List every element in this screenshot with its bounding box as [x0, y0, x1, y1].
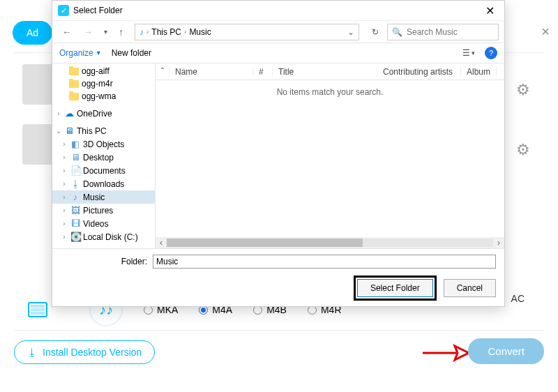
col-name[interactable]: Name	[169, 67, 253, 77]
refresh-button[interactable]: ↻	[366, 24, 384, 40]
tree-item-ogg-aiff[interactable]: ogg-aiff	[52, 65, 155, 77]
breadcrumb[interactable]: ♪ › This PC › Music ⌄	[135, 24, 359, 40]
svg-marker-1	[455, 346, 469, 360]
expand-icon[interactable]: ›	[61, 206, 68, 214]
scroll-right-icon[interactable]: ›	[493, 238, 504, 248]
horizontal-scrollbar[interactable]: ‹ ›	[156, 237, 504, 248]
gear-icon[interactable]: ⚙	[516, 141, 530, 159]
folder-icon	[69, 80, 79, 88]
view-options[interactable]: ☰ ▾	[462, 48, 475, 58]
breadcrumb-root[interactable]: This PC	[151, 27, 181, 37]
dialog-footer: Folder: Select Folder Cancel	[52, 248, 504, 306]
expand-icon[interactable]: ›	[61, 233, 68, 241]
forward-button: →	[79, 24, 97, 40]
pc-icon: 🖥	[65, 126, 74, 136]
tree-item-local-disk[interactable]: ›💽Local Disk (C:)	[52, 230, 155, 243]
file-list: ˆ Name # Title Contributing artists Albu…	[156, 63, 504, 248]
nav-bar: ← → ▾ ↑ ♪ › This PC › Music ⌄ ↻ 🔍	[52, 20, 504, 43]
music-icon: ♪	[70, 192, 80, 202]
tree-item-onedrive[interactable]: ›☁OneDrive	[52, 107, 155, 120]
documents-icon: 📄	[70, 165, 80, 176]
chevron-right-icon: ›	[146, 28, 149, 36]
help-icon[interactable]: ?	[485, 47, 497, 59]
expand-icon[interactable]: ›	[61, 140, 68, 148]
search-input[interactable]: 🔍	[387, 24, 499, 40]
folder-icon	[69, 68, 79, 75]
video-icon[interactable]	[28, 302, 47, 317]
install-desktop-button[interactable]: ⭳ Install Desktop Version	[14, 340, 155, 364]
download-icon: ⭳	[27, 347, 37, 358]
tree-item-ogg-m4r[interactable]: ogg-m4r	[52, 77, 155, 90]
3d-icon: ◧	[70, 139, 80, 149]
scroll-left-icon[interactable]: ‹	[156, 238, 167, 248]
tree-item-downloads[interactable]: ›⭳Downloads	[52, 177, 155, 190]
format-aac-label: AC	[511, 293, 525, 304]
onedrive-icon: ☁	[65, 108, 74, 119]
gear-icon[interactable]: ⚙	[516, 81, 530, 99]
back-button[interactable]: ←	[58, 24, 76, 40]
app-icon: ✓	[58, 5, 69, 16]
pictures-icon: 🖼	[70, 205, 80, 216]
up-button[interactable]: ↑	[114, 24, 128, 40]
close-icon[interactable]: ×	[541, 24, 550, 40]
disk-icon: 💽	[70, 232, 80, 242]
organize-menu[interactable]: Organize ▼	[59, 48, 102, 58]
close-icon[interactable]: ✕	[481, 4, 499, 17]
expand-icon[interactable]: ›	[61, 180, 68, 188]
empty-message: No items match your search.	[156, 80, 504, 104]
col-title[interactable]: Title	[273, 67, 377, 77]
tree-item-desktop[interactable]: ›🖥Desktop	[52, 151, 155, 164]
folder-label: Folder:	[61, 257, 147, 266]
recent-dropdown[interactable]: ▾	[100, 25, 112, 38]
annotation-arrow	[421, 343, 470, 363]
toolbar: Organize ▼ New folder ☰ ▾ ?	[52, 43, 504, 63]
annotation-highlight: Select Folder	[354, 276, 437, 301]
tree-item-this-pc[interactable]: ⌄🖥This PC	[52, 124, 155, 137]
col-contributing-artists[interactable]: Contributing artists	[377, 67, 461, 77]
select-folder-dialog: ✓ Select Folder ✕ ← → ▾ ↑ ♪ › This PC › …	[52, 0, 505, 307]
column-headers[interactable]: ˆ Name # Title Contributing artists Albu…	[156, 63, 504, 80]
tree-item-videos[interactable]: ›🎞Videos	[52, 217, 155, 230]
folder-icon	[69, 93, 79, 100]
videos-icon: 🎞	[70, 218, 80, 229]
expand-icon[interactable]: ›	[61, 153, 68, 161]
tree-item-3d-objects[interactable]: ›◧3D Objects	[52, 137, 155, 151]
folder-tree[interactable]: ogg-aiff ogg-m4r ogg-wma ›☁OneDrive ⌄🖥Th…	[52, 63, 156, 248]
chevron-right-icon: ›	[184, 28, 186, 36]
divider	[14, 330, 544, 331]
convert-button[interactable]: Convert	[468, 338, 544, 364]
breadcrumb-dropdown[interactable]: ⌄	[347, 27, 354, 37]
scrollbar-thumb[interactable]	[167, 239, 363, 247]
select-folder-button[interactable]: Select Folder	[357, 279, 433, 297]
search-field[interactable]	[407, 27, 494, 37]
new-folder-button[interactable]: New folder	[112, 48, 151, 58]
tree-item-pictures[interactable]: ›🖼Pictures	[52, 204, 155, 217]
dialog-title: Select Folder	[73, 6, 481, 15]
tree-item-music[interactable]: ›♪Music	[52, 190, 155, 204]
tree-item-documents[interactable]: ›📄Documents	[52, 164, 155, 177]
expand-icon[interactable]: ›	[55, 110, 62, 117]
expand-icon[interactable]: ›	[61, 220, 68, 227]
tree-item-ogg-wma[interactable]: ogg-wma	[52, 90, 155, 103]
add-button[interactable]: Ad	[13, 21, 52, 45]
col-album[interactable]: Album	[461, 67, 497, 77]
expand-icon[interactable]: ›	[61, 193, 68, 201]
collapse-icon[interactable]: ⌄	[55, 127, 62, 135]
breadcrumb-current[interactable]: Music	[189, 27, 211, 37]
search-icon: 🔍	[392, 27, 402, 37]
titlebar: ✓ Select Folder ✕	[52, 1, 504, 20]
downloads-icon: ⭳	[70, 179, 80, 189]
cancel-button[interactable]: Cancel	[444, 279, 496, 297]
desktop-icon: 🖥	[70, 152, 80, 163]
sort-indicator[interactable]: ˆ	[156, 67, 169, 77]
expand-icon[interactable]: ›	[61, 167, 68, 174]
col-number[interactable]: #	[253, 67, 273, 77]
chevron-down-icon: ▼	[96, 50, 102, 56]
music-icon: ♪	[140, 27, 144, 37]
folder-name-input[interactable]	[153, 255, 496, 269]
